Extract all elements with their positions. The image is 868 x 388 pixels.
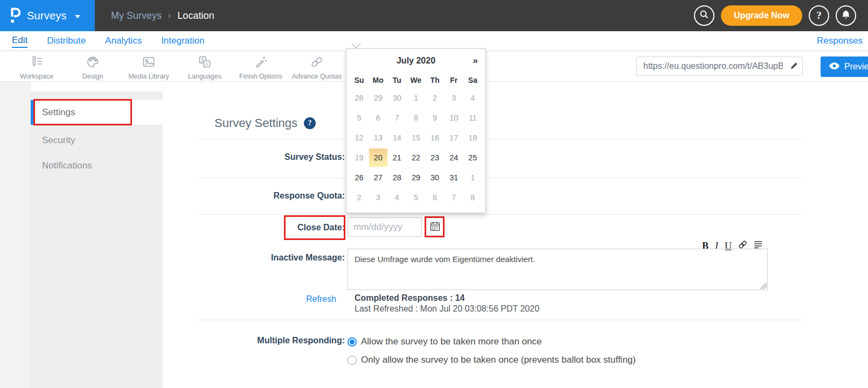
calendar-weekday: Su [350, 73, 369, 88]
calendar-day-1: 1 [463, 168, 482, 187]
calendar-day-2: 2 [426, 89, 444, 107]
radio-option-once-only[interactable]: Only allow the survey to be taken once (… [348, 355, 636, 365]
left-gutter [0, 82, 31, 388]
calendar-day-25[interactable]: 25 [463, 149, 482, 167]
page-title: Survey Settings [214, 116, 297, 130]
chevron-down-icon [75, 15, 80, 18]
breadcrumb-separator-icon: › [168, 11, 171, 20]
calendar-day-5: 5 [407, 188, 425, 207]
toolbar-item-media-library[interactable]: Media Library [121, 51, 177, 81]
toolbar-label: Media Library [128, 73, 169, 80]
refresh-link[interactable]: Refresh [306, 294, 336, 304]
calendar-day-28[interactable]: 28 [388, 168, 406, 187]
calendar-day-13: 13 [369, 129, 387, 147]
tab-analytics[interactable]: Analytics [105, 36, 142, 46]
calendar-day-20-today[interactable]: 20 [369, 149, 387, 167]
completed-responses-text: Completed Responses : 14 [355, 293, 465, 303]
datepicker-popup: July 2020 » SuMoTuWeThFrSa 2829301234567… [346, 48, 486, 213]
divider [198, 320, 802, 320]
tab-integration[interactable]: Integration [161, 36, 204, 46]
preview-button[interactable]: Preview [821, 57, 868, 77]
sidebar-item-notifications[interactable]: Notifications [31, 153, 163, 178]
design-icon [86, 55, 100, 71]
calendar-day-4: 4 [388, 188, 406, 207]
toolbar-item-finish-options[interactable]: Finish Options [233, 51, 289, 81]
calendar-weekday-row: SuMoTuWeThFrSa [346, 73, 485, 88]
divider [198, 139, 802, 139]
notifications-button[interactable] [836, 5, 856, 26]
radio-option-multiple-allowed[interactable]: Allow the survey to be taken more than o… [348, 336, 541, 347]
calendar-day-29[interactable]: 29 [407, 168, 425, 187]
multiple-responding-label: Multiple Responding: [194, 336, 345, 345]
calendar-day-30[interactable]: 30 [426, 168, 444, 187]
tab-edit[interactable]: Edit [12, 35, 27, 48]
calendar-weekday: We [406, 73, 425, 88]
svg-text:A: A [205, 61, 209, 66]
upgrade-now-button[interactable]: Upgrade Now [721, 5, 802, 26]
radio-unselected-icon[interactable] [348, 356, 357, 365]
datepicker-header: July 2020 » [346, 49, 485, 73]
survey-status-label: Survey Status: [194, 152, 345, 162]
toolbar-item-languages[interactable]: 文 A Languages [177, 51, 233, 81]
search-button[interactable] [694, 5, 714, 26]
toolbar-item-advance-quotas[interactable]: Advance Quotas [289, 51, 345, 81]
calendar-weekday: Fr [445, 73, 463, 88]
calendar-day-27[interactable]: 27 [369, 168, 387, 187]
settings-help-icon[interactable]: ? [304, 117, 316, 129]
toolbar-label: Advance Quotas [292, 73, 342, 80]
breadcrumb-my-surveys[interactable]: My Surveys [111, 10, 162, 22]
calendar-day-30: 30 [388, 89, 406, 107]
questionpro-logo-icon [9, 6, 22, 25]
calendar-picker-button[interactable] [427, 218, 442, 236]
top-navbar: Surveys My Surveys › Location Upgrade No… [0, 0, 868, 31]
close-date-input[interactable] [348, 217, 422, 237]
calendar-day-24[interactable]: 24 [445, 149, 463, 167]
toolbar-item-workspace[interactable]: Workspace [9, 51, 65, 81]
media-library-icon [142, 55, 156, 71]
breadcrumb-current: Location [177, 10, 214, 22]
finish-options-icon [254, 55, 268, 71]
search-icon [699, 10, 709, 22]
calendar-day-31[interactable]: 31 [445, 168, 463, 187]
calendar-day-9: 9 [426, 109, 444, 127]
close-date-label: Close Date: [194, 223, 345, 232]
calendar-day-21[interactable]: 21 [388, 149, 406, 167]
calendar-weekday: Mo [369, 73, 387, 88]
sidebar-item-settings[interactable]: Settings [31, 100, 163, 125]
toolbar-item-design[interactable]: Design [65, 51, 121, 81]
calendar-day-7: 7 [388, 109, 406, 127]
workspace-icon [30, 55, 44, 71]
edit-url-pencil-icon[interactable] [790, 61, 798, 72]
calendar-day-22[interactable]: 22 [407, 149, 425, 167]
responses-link[interactable]: Responses [817, 36, 863, 46]
toolbar-label: Languages [188, 73, 221, 80]
sidebar-item-security[interactable]: Security [31, 128, 163, 153]
last-refreshed-text: Last Refreshed : Mon Jul 20 03:08:56 PDT… [355, 304, 539, 314]
product-switcher[interactable]: Surveys [0, 0, 95, 31]
calendar-day-23[interactable]: 23 [426, 149, 444, 167]
calendar-day-26[interactable]: 26 [350, 168, 369, 187]
calendar-day-15: 15 [407, 129, 425, 147]
calendar-day-11: 11 [463, 109, 482, 127]
calendar-day-28: 28 [350, 89, 369, 107]
toolbar-label: Workspace [20, 73, 53, 80]
inactive-message-textarea[interactable]: Diese Umfrage wurde vom Eigentümer deakt… [348, 249, 768, 290]
calendar-day-10: 10 [445, 109, 463, 127]
calendar-day-19: 19 [350, 149, 369, 167]
tab-distribute[interactable]: Distribute [47, 36, 86, 46]
help-button[interactable]: ? [809, 5, 829, 26]
page-title-wrap: Survey Settings ? [214, 116, 316, 130]
calendar-weekday: Th [426, 73, 445, 88]
languages-icon: 文 A [198, 55, 212, 71]
next-month-button[interactable]: » [473, 55, 478, 66]
preview-label: Preview [844, 62, 868, 72]
survey-url-wrap [636, 57, 803, 76]
breadcrumb: My Surveys › Location [111, 10, 214, 22]
navbar-actions: Upgrade Now ? [694, 5, 868, 26]
popup-arrow-icon [351, 44, 361, 48]
calendar-weekday: Tu [387, 73, 406, 88]
response-quota-label: Response Quota: [194, 191, 345, 201]
radio-selected-icon[interactable] [348, 337, 357, 347]
survey-url-input[interactable] [636, 57, 803, 76]
calendar-weekday: Sa [463, 73, 482, 88]
